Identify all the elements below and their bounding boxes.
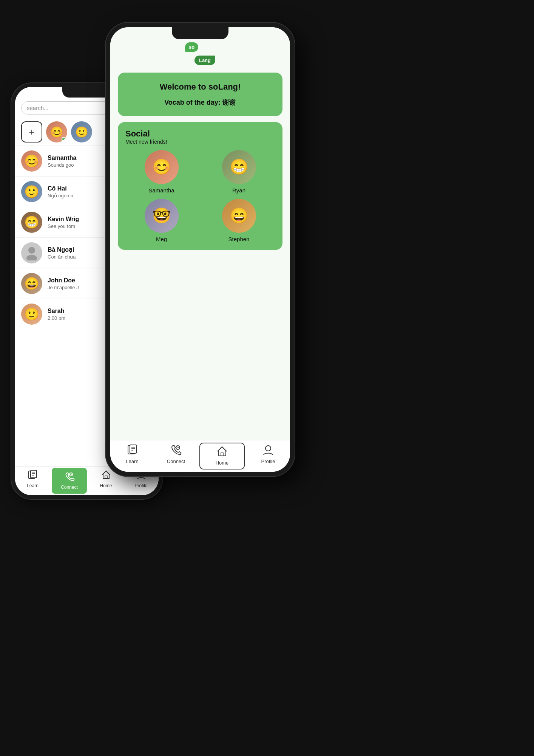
- svg-rect-11: [105, 476, 107, 479]
- top-avatar-partial[interactable]: 🙂: [71, 121, 92, 143]
- online-indicator: [62, 137, 66, 141]
- friends-grid: 😊 Samantha 😁 Ryan 🤓 Me: [125, 150, 275, 242]
- avatar-kevin: 😁: [21, 212, 42, 233]
- friend-name-samantha: Samantha: [148, 187, 174, 194]
- front-phone-screen: so Lang Welcome to soLang! Vocab of the …: [110, 27, 290, 472]
- contact-info-samantha: Samantha Sounds goo: [48, 155, 76, 168]
- contact-name-john: John Doe: [48, 277, 79, 284]
- home-icon-back: [101, 469, 111, 482]
- contact-name-bngoai: Bà Ngoại: [48, 246, 76, 253]
- contact-info-sarah: Sarah 2:00 pm: [48, 308, 65, 321]
- nav-home-front[interactable]: Home: [199, 443, 245, 469]
- back-phone-notch: [62, 87, 111, 98]
- logo-bubble-lang: Lang: [194, 56, 215, 65]
- learn-icon-back: [28, 469, 38, 482]
- social-title: Social: [125, 129, 275, 139]
- contact-info-kevin: Kevin Wrig See you tom: [48, 216, 79, 229]
- profile-icon-front: [262, 444, 274, 457]
- avatar-friend-stephen: 😄: [222, 199, 256, 233]
- top-avatar-samantha[interactable]: 😊: [46, 121, 67, 143]
- contact-info-bngoai: Bà Ngoại Con ăn chưa: [48, 246, 76, 260]
- friend-name-meg: Meg: [156, 236, 167, 242]
- avatar-bngoai: [21, 242, 42, 263]
- add-contact-button[interactable]: +: [21, 121, 42, 143]
- avatar-friend-meg: 🤓: [145, 199, 179, 233]
- contact-msg-john: Je m'appelle J: [48, 285, 79, 290]
- connect-icon-back: [64, 471, 75, 483]
- nav-learn-label-front: Learn: [126, 459, 138, 464]
- nav-profile-front[interactable]: Profile: [246, 442, 290, 470]
- logo-bubble-so: so: [185, 42, 198, 52]
- logo-area: so Lang: [118, 42, 282, 65]
- friend-stephen[interactable]: 😄 Stephen: [203, 199, 275, 242]
- contact-name-kevin: Kevin Wrig: [48, 216, 79, 223]
- svg-rect-14: [130, 445, 136, 453]
- avatar-sarah: 🙂: [21, 304, 42, 325]
- front-phone-notch: [172, 27, 228, 39]
- friend-name-ryan: Ryan: [232, 187, 245, 194]
- nav-learn-back[interactable]: Learn: [15, 466, 50, 495]
- contact-name-samantha: Samantha: [48, 155, 76, 161]
- contact-msg-samantha: Sounds goo: [48, 162, 76, 168]
- nav-home-label-front: Home: [216, 460, 229, 466]
- svg-rect-6: [31, 470, 37, 478]
- svg-rect-19: [221, 453, 223, 456]
- nav-connect-label-back: Connect: [61, 485, 78, 490]
- social-card: Social Meet new friends! 😊 Samantha 😁 Ry…: [118, 122, 282, 250]
- contact-info-cohai: Cô Hai Ngủ ngon n: [48, 185, 73, 198]
- avatar-cohai: 🙂: [21, 181, 42, 202]
- friend-name-stephen: Stephen: [228, 236, 250, 242]
- nav-connect-back[interactable]: Connect: [52, 468, 87, 494]
- home-icon-front: [216, 446, 228, 459]
- contact-name-sarah: Sarah: [48, 308, 65, 314]
- contact-name-cohai: Cô Hai: [48, 185, 73, 192]
- avatar-samantha: 😊: [21, 150, 42, 172]
- connect-icon-front: [170, 444, 182, 457]
- svg-point-1: [26, 255, 37, 260]
- friend-samantha[interactable]: 😊 Samantha: [125, 150, 198, 194]
- avatar-friend-samantha: 😊: [145, 150, 179, 184]
- nav-connect-front[interactable]: Connect: [154, 442, 198, 470]
- learn-icon-front: [127, 444, 138, 457]
- social-subtitle: Meet new friends!: [125, 139, 275, 145]
- avatar-john: 😄: [21, 273, 42, 294]
- friend-meg[interactable]: 🤓 Meg: [125, 199, 198, 242]
- app-logo: so Lang: [185, 42, 215, 65]
- front-phone-bottom-nav: Learn Connect: [110, 440, 290, 472]
- contact-msg-bngoai: Con ăn chưa: [48, 254, 76, 260]
- nav-connect-label-front: Connect: [167, 459, 185, 464]
- contact-msg-kevin: See you tom: [48, 223, 79, 229]
- nav-profile-label-front: Profile: [261, 459, 275, 464]
- vocab-of-day: Vocab of the day: 谢谢: [125, 98, 275, 107]
- friend-ryan[interactable]: 😁 Ryan: [203, 150, 275, 194]
- nav-learn-label-back: Learn: [27, 483, 39, 488]
- contact-msg-sarah: 2:00 pm: [48, 315, 65, 321]
- svg-point-0: [28, 247, 35, 254]
- nav-profile-label-back: Profile: [134, 483, 147, 488]
- nav-home-label-back: Home: [100, 483, 112, 488]
- search-placeholder: search...: [27, 105, 49, 111]
- welcome-title: Welcome to soLang!: [125, 82, 275, 93]
- contact-msg-cohai: Ngủ ngon n: [48, 193, 73, 198]
- home-content: so Lang Welcome to soLang! Vocab of the …: [110, 42, 290, 440]
- svg-point-20: [265, 446, 271, 451]
- avatar-friend-ryan: 😁: [222, 150, 256, 184]
- welcome-card: Welcome to soLang! Vocab of the day: 谢谢: [118, 73, 282, 116]
- contact-info-john: John Doe Je m'appelle J: [48, 277, 79, 290]
- nav-learn-front[interactable]: Learn: [110, 442, 154, 470]
- front-phone: so Lang Welcome to soLang! Vocab of the …: [106, 23, 295, 476]
